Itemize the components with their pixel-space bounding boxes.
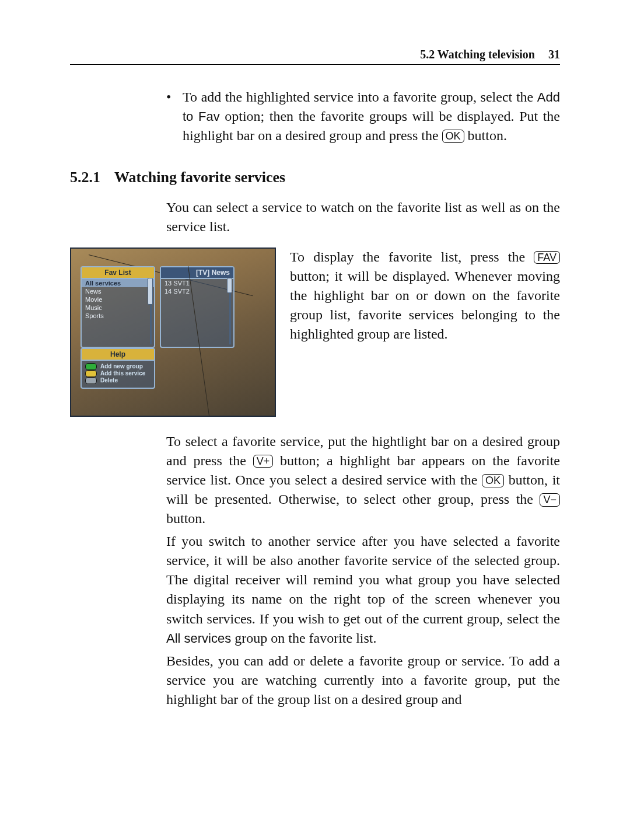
help-row: Add new group (85, 363, 150, 370)
paragraph-group-behavior: If you switch to another service after y… (166, 532, 560, 648)
fav-item: Music (82, 304, 154, 312)
help-row: Add this service (85, 370, 150, 377)
help-label: Add new group (100, 363, 143, 370)
yellow-pill-icon (85, 370, 97, 377)
intro-paragraph: You can select a service to watch on the… (166, 198, 560, 236)
vminus-key-icon: V− (540, 493, 560, 507)
bullet-block: • To add the highlighted service into a … (166, 88, 560, 149)
grey-pill-icon (85, 377, 97, 384)
help-label: Add this service (100, 370, 145, 377)
content-area: • To add the highlighted service into a … (70, 88, 560, 713)
paragraph-add-delete: Besides, you can add or delete a favorit… (166, 651, 560, 709)
paragraph-select-favorite: To select a favorite service, put the hi… (166, 432, 560, 529)
fav-key-icon: FAV (534, 251, 560, 264)
running-header: 5.2 Watching television 31 (70, 48, 560, 61)
service-item: 13 SVT1 (161, 279, 233, 287)
help-panel: Help Add new group Add this service Dele… (80, 348, 155, 389)
subsection-title: Watching favorite services (114, 169, 285, 186)
vplus-key-icon: V+ (253, 455, 274, 468)
side-paragraph: To display the favorite list, press the … (290, 248, 560, 344)
fav-item: News (82, 287, 154, 295)
help-title: Help (82, 349, 154, 361)
option-all-services: All services (166, 631, 231, 646)
fav-item: Sports (82, 312, 154, 320)
fav-list-body: All services News Movie Music Sports (82, 279, 154, 320)
ok-key-icon: OK (482, 474, 504, 487)
page: 5.2 Watching television 31 • To add the … (0, 0, 630, 840)
scrollbar-thumb (148, 278, 153, 305)
fav-item: All services (82, 279, 154, 287)
help-row: Delete (85, 377, 150, 384)
header-rule (70, 64, 560, 65)
side-seg-a: To display the favorite list, press the (290, 249, 534, 264)
help-label: Delete (100, 377, 118, 384)
header-section: 5.2 Watching television (420, 48, 535, 61)
subsection-number: 5.2.1 (70, 169, 100, 186)
side-text: To display the favorite list, press the … (290, 248, 560, 348)
bullet-seg-a: To add the highlighted service into a fa… (183, 89, 537, 104)
services-panel: [TV] News 13 SVT1 14 SVT2 (160, 266, 235, 348)
service-item: 14 SVT2 (161, 287, 233, 295)
bullet-seg-c: button. (464, 128, 507, 143)
fav-list-title: Fav List (82, 267, 154, 279)
services-title: [TV] News (161, 267, 233, 279)
fav-list-screenshot: Fav List All services News Movie Music S… (70, 248, 276, 417)
side-seg-b: button; it will be displayed. Whenever m… (290, 269, 560, 341)
subsection-heading: 5.2.1 Watching favorite services (70, 169, 560, 186)
green-pill-icon (85, 363, 97, 370)
scrollbar-thumb (227, 278, 232, 293)
p3-seg-a: If you switch to another service after y… (166, 534, 560, 626)
fav-item: Movie (82, 295, 154, 304)
p3-seg-b: group on the favorite list. (231, 630, 376, 646)
p2-seg-d: button. (166, 511, 205, 526)
ok-key-icon: OK (442, 130, 464, 143)
fav-list-panel: Fav List All services News Movie Music S… (80, 266, 155, 348)
bullet-text: To add the highlighted service into a fa… (183, 88, 560, 145)
header-page-number: 31 (538, 48, 560, 61)
bullet-icon: • (166, 89, 183, 105)
